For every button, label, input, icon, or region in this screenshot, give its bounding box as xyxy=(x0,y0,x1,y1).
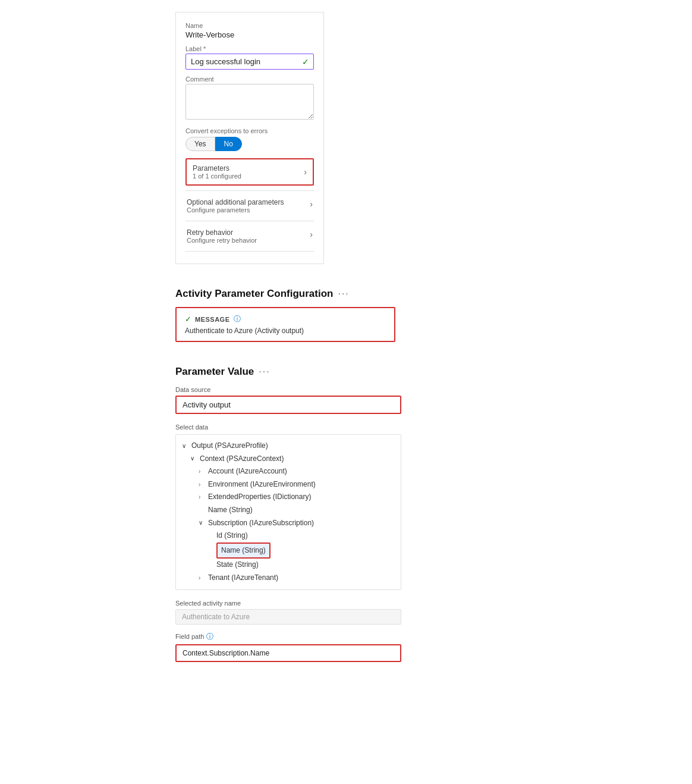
ds-input-wrapper: Data source xyxy=(175,386,401,414)
convert-exceptions-label: Convert exceptions to errors xyxy=(185,127,314,134)
field-path-section: Field path ⓘ xyxy=(175,632,401,662)
optional-params-nav[interactable]: Optional additional parameters Configure… xyxy=(185,193,314,218)
pv-title: Parameter Value xyxy=(175,366,254,378)
page-container: Name Write-Verbose Label ✓ Comment Conve… xyxy=(0,0,692,693)
comment-label: Comment xyxy=(185,76,314,83)
apc-section: Activity Parameter Configuration ··· ✓ M… xyxy=(175,288,395,342)
arrow-icon: ∨ xyxy=(182,441,189,451)
checkmark-icon: ✓ xyxy=(302,57,309,67)
optional-params-chevron-icon: › xyxy=(310,199,313,209)
ds-label: Data source xyxy=(175,386,401,393)
parameters-chevron-icon: › xyxy=(304,167,307,177)
retry-behavior-content: Retry behavior Configure retry behavior xyxy=(187,228,257,244)
arrow-icon: › xyxy=(199,466,206,477)
tree-container: ∨ Output (PSAzureProfile) ∨ Context (PSA… xyxy=(175,434,401,590)
message-label-row: ✓ MESSAGE ⓘ xyxy=(185,314,386,324)
fp-input[interactable] xyxy=(175,644,401,662)
tree-item[interactable]: › Tenant (IAzureTenant) xyxy=(182,572,395,585)
message-card: ✓ MESSAGE ⓘ Authenticate to Azure (Activ… xyxy=(175,307,395,342)
apc-title: Activity Parameter Configuration xyxy=(175,288,333,300)
selected-activity-label: Selected activity name xyxy=(175,600,401,607)
tree-item[interactable]: Name (String) xyxy=(182,504,395,517)
arrow-icon: › xyxy=(199,479,206,490)
label-input-wrapper: ✓ xyxy=(185,54,314,70)
retry-behavior-nav[interactable]: Retry behavior Configure retry behavior … xyxy=(185,224,314,249)
parameters-title: Parameters xyxy=(193,164,307,173)
tree-item[interactable]: › ExtendedProperties (IDictionary) xyxy=(182,491,395,504)
toggle-yes-button[interactable]: Yes xyxy=(185,137,215,151)
divider-2 xyxy=(185,221,314,221)
tree-item[interactable]: ∨ Context (PSAzureContext) xyxy=(182,453,395,466)
convert-exceptions-row: Convert exceptions to errors Yes No xyxy=(185,127,314,151)
arrow-icon: › xyxy=(199,492,206,503)
parameters-section[interactable]: Parameters 1 of 1 configured › xyxy=(185,158,314,186)
tree-item[interactable]: State (String) xyxy=(182,559,395,572)
message-label: MESSAGE xyxy=(195,316,230,323)
message-check-icon: ✓ xyxy=(185,315,191,324)
tree-item[interactable]: ∨ Subscription (IAzureSubscription) xyxy=(182,517,395,530)
retry-behavior-chevron-icon: › xyxy=(310,230,313,239)
toggle-group: Yes No xyxy=(185,137,314,151)
message-value: Authenticate to Azure (Activity output) xyxy=(185,327,386,335)
tree-item[interactable]: › Environment (IAzureEnvironment) xyxy=(182,478,395,491)
fp-label: Field path xyxy=(175,633,204,640)
optional-params-title: Optional additional parameters xyxy=(187,198,284,206)
ds-input[interactable] xyxy=(175,396,401,414)
arrow-icon: ∨ xyxy=(199,518,206,528)
message-info-icon[interactable]: ⓘ xyxy=(234,314,241,324)
selected-activity-value: Authenticate to Azure xyxy=(175,609,401,625)
optional-params-sub: Configure parameters xyxy=(187,206,284,214)
activity-panel: Name Write-Verbose Label ✓ Comment Conve… xyxy=(175,12,324,264)
label-field-label: Label xyxy=(185,45,314,52)
selected-activity-section: Selected activity name Authenticate to A… xyxy=(175,600,401,625)
retry-behavior-title: Retry behavior xyxy=(187,228,257,237)
apc-title-row: Activity Parameter Configuration ··· xyxy=(175,288,395,300)
name-value: Write-Verbose xyxy=(185,30,314,39)
tree-item[interactable]: › Account (IAzureAccount) xyxy=(182,465,395,478)
divider-1 xyxy=(185,190,314,191)
apc-dots-menu[interactable]: ··· xyxy=(338,288,349,299)
optional-params-content: Optional additional parameters Configure… xyxy=(187,198,284,214)
fp-info-icon[interactable]: ⓘ xyxy=(206,632,213,642)
fp-label-row: Field path ⓘ xyxy=(175,632,401,642)
toggle-no-button[interactable]: No xyxy=(215,137,242,151)
highlighted-name-string: Name (String) xyxy=(216,542,270,559)
pv-dots-menu[interactable]: ··· xyxy=(259,366,270,377)
arrow-icon: ∨ xyxy=(190,453,197,464)
name-label: Name xyxy=(185,22,314,29)
pv-title-row: Parameter Value ··· xyxy=(175,366,401,378)
label-input[interactable] xyxy=(185,54,314,70)
select-data-label: Select data xyxy=(175,424,401,431)
retry-behavior-sub: Configure retry behavior xyxy=(187,237,257,244)
pv-section: Parameter Value ··· Data source Select d… xyxy=(175,366,401,669)
parameters-sub: 1 of 1 configured xyxy=(193,173,307,180)
tree-item[interactable]: Id (String) xyxy=(182,529,395,542)
tree-item[interactable]: ∨ Output (PSAzureProfile) xyxy=(182,440,395,453)
comment-textarea[interactable] xyxy=(185,84,314,120)
tree-item-highlighted[interactable]: Name (String) xyxy=(182,542,395,559)
divider-3 xyxy=(185,251,314,252)
arrow-icon: › xyxy=(199,573,206,584)
